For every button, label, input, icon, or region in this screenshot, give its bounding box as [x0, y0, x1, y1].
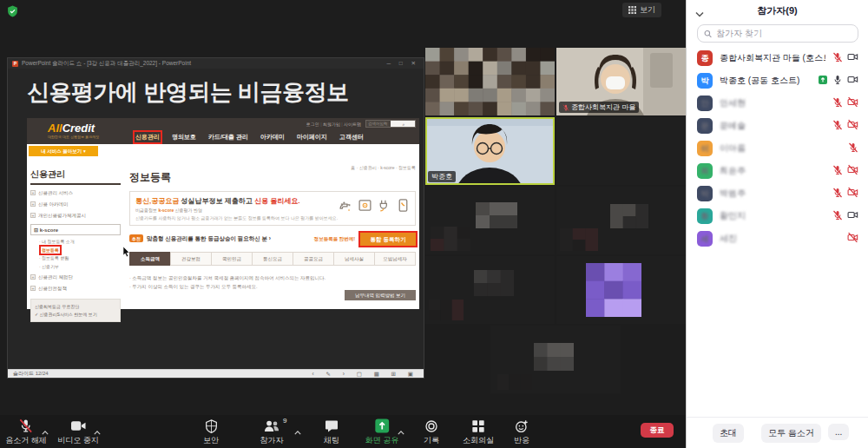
participant-row[interactable]: 황 황민지	[687, 205, 868, 227]
toolbar-chat[interactable]: 채팅	[324, 418, 339, 446]
avatar: 최	[697, 163, 713, 179]
site-sidebar-item: +신용안전정책	[30, 286, 121, 292]
participants-icon: 9	[264, 418, 280, 433]
participant-row[interactable]: 박 박원주	[687, 182, 868, 205]
participant-name: 종합사회복지관 마을 (호스트, 나)	[720, 52, 825, 64]
more-button[interactable]: ...	[828, 424, 849, 440]
video-tile-active-speaker[interactable]: 박종호	[425, 117, 555, 185]
toolbar-breakout[interactable]: 소회의실	[463, 418, 494, 446]
encryption-shield-icon[interactable]	[7, 5, 18, 21]
mic-icon	[832, 73, 843, 89]
participant-row[interactable]: 세 세진	[687, 227, 868, 250]
powerpoint-title: PowerPoint 슬라이드 쇼 - [3강 신용과 대출관리_2022] -…	[22, 60, 383, 68]
stove-icon	[358, 198, 372, 213]
video-tile-dark[interactable]	[556, 117, 686, 185]
avatar: 박	[697, 73, 713, 89]
site-tab: 통신요금	[252, 252, 293, 266]
participant-row[interactable]: 문 문예슬	[687, 115, 868, 137]
participant-status-icons	[832, 186, 858, 201]
allcredit-screenshot: 로그인 | 회원가입 | 사이트맵 검색어입력 ⌕ AllCredit 대한민국…	[27, 118, 419, 309]
video-tile-masked-woman[interactable]: 종합사회복지관 마을	[556, 48, 686, 115]
mic-muted-icon	[832, 163, 843, 179]
participant-name: 황민지	[720, 210, 825, 222]
search-icon: ⌕	[391, 121, 415, 127]
chevron-up-icon[interactable]	[94, 423, 101, 438]
toolbar-label: 소회의실	[463, 435, 494, 446]
site-nav: 신용관리명의보호카드/대출 관리아카데미마이페이지고객센터	[135, 133, 364, 142]
chevron-up-icon[interactable]	[42, 423, 49, 438]
camera-off-icon	[847, 186, 858, 201]
camera-off-icon	[847, 96, 858, 111]
video-tile-dark[interactable]	[556, 256, 686, 324]
register-hint: 정보등록을 한번에!	[314, 236, 355, 242]
video-participant-name: 박종호	[431, 172, 452, 181]
chevron-up-icon[interactable]	[398, 423, 404, 438]
participant-search-input[interactable]	[716, 29, 852, 38]
toolbar-share[interactable]: 화면 공유	[365, 418, 399, 446]
site-sidebar-footer-item: 신용회복등급 무료진단	[35, 304, 116, 309]
avatar: 종	[697, 50, 713, 66]
site-sidebar-item: +신용관리 서비스	[30, 190, 121, 196]
toolbar-shield[interactable]: 보안	[203, 418, 219, 446]
toolbar-label: 비디오 중지	[57, 435, 99, 446]
avatar: 안	[697, 96, 713, 111]
participant-status-icons	[832, 118, 858, 134]
video-tile-pixelated[interactable]	[425, 48, 555, 115]
video-tile-dark[interactable]	[490, 326, 621, 393]
toolbar-participants[interactable]: 9 참가자	[260, 418, 284, 446]
participant-row[interactable]: 종 종합사회복지관 마을 (호스트, 나)	[687, 47, 868, 69]
site-utility-link: 회원가입	[323, 122, 340, 127]
participant-status-icons	[847, 231, 858, 247]
participant-row[interactable]: 박 박종호 (공동 호스트)	[687, 69, 868, 92]
toolbar-video[interactable]: 비디오 중지	[57, 418, 99, 446]
toolbar-mic-muted[interactable]: 음소거 해제	[5, 418, 47, 446]
participant-row[interactable]: 이 이아름	[687, 137, 868, 160]
mute-all-button[interactable]: 모두 음소거	[761, 424, 821, 443]
plug-icon	[377, 198, 391, 213]
site-note: · 두가지 이상의 소득이 있는 경우는 두가지 모두 등록하세요.	[129, 284, 326, 290]
view-button[interactable]: 보기	[622, 3, 661, 17]
slide-title: 신용평가에 반영되는 비금융정보	[27, 77, 348, 108]
site-utility-link: 로그인	[306, 122, 319, 127]
video-participant-name: 종합사회복지관 마을	[571, 102, 635, 112]
recommend-badge: 추천	[129, 234, 143, 242]
participant-row[interactable]: 안 안세현	[687, 92, 868, 115]
kscore-subitem: · 정보등록	[39, 247, 121, 253]
mic-muted-icon	[832, 118, 843, 134]
window-controls: ─ □ ✕	[386, 60, 419, 67]
avatar: 문	[697, 118, 713, 134]
toolbar-label: 반응	[514, 435, 529, 446]
toolbar-label: 보안	[203, 435, 219, 446]
participants-footer: 초대모두 음소거...	[687, 417, 868, 448]
site-nav-item: 명의보호	[172, 133, 196, 142]
participant-status-icons	[848, 141, 858, 156]
participant-row[interactable]: 최 최은주	[687, 160, 868, 182]
avatar: 박	[697, 186, 713, 201]
site-tabs: 소득금액건강보험국민연금통신요금공공요금납세사실모범납세자	[129, 252, 416, 266]
participant-search[interactable]	[697, 24, 858, 43]
camera-off-icon	[847, 118, 858, 134]
panel-collapse-chevron-icon[interactable]	[695, 5, 704, 21]
video-tile-dark[interactable]	[556, 187, 686, 254]
powerpoint-app-icon: P	[12, 61, 18, 67]
end-meeting-button[interactable]: 종료	[641, 423, 674, 438]
my-service-button: 내 서비스 몰아보기 ▾	[29, 146, 98, 156]
toolbar-label: 채팅	[324, 435, 339, 446]
toolbar-record[interactable]: 기록	[424, 418, 439, 446]
site-nav-item: 아카데미	[260, 133, 285, 142]
screen-share-icon	[818, 73, 828, 89]
shield-icon	[205, 418, 218, 433]
promo-description: 신용카드를 사용하지 않거나 평소 금융거래가 없는 분들도 정보를 등록하여 …	[135, 215, 410, 221]
record-icon	[424, 418, 438, 433]
main-stage: 보기 P PowerPoint 슬라이드 쇼 - [3강 신용과 대출관리_20…	[0, 0, 686, 448]
toolbar-reactions[interactable]: 반응	[514, 418, 529, 446]
chevron-up-icon[interactable]	[294, 423, 301, 438]
meeting-toolbar: 음소거 해제 비디오 중지 보안9 참가자 채팅 화면 공유 기록 소회의실 반…	[0, 415, 686, 448]
video-tile-dark[interactable]	[425, 256, 555, 324]
invite-button[interactable]: 초대	[713, 424, 744, 443]
allcredit-tagline: 대한민국 대표 신용정보 올크레딧	[48, 135, 99, 139]
toolbar-label: 화면 공유	[365, 435, 399, 446]
slideshow-controls: ‹ ✎ › ▢ ▦ ⊞ ▣	[312, 371, 418, 378]
faucet-icon	[339, 198, 353, 213]
video-tile-dark[interactable]	[425, 187, 555, 254]
